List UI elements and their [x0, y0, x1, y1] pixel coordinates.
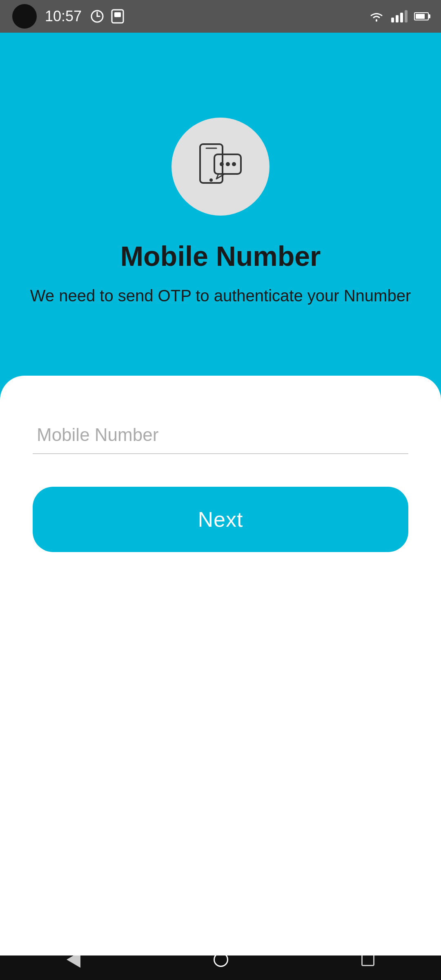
status-icons: [90, 9, 125, 24]
svg-point-11: [232, 162, 236, 166]
svg-point-9: [220, 162, 224, 166]
status-bar: 10:57: [0, 0, 441, 33]
sim-icon: [110, 9, 125, 24]
svg-point-7: [209, 178, 213, 182]
phone-otp-icon-container: [172, 118, 270, 216]
next-button-label: Next: [198, 507, 243, 532]
top-section: Mobile Number We need to send OTP to aut…: [0, 33, 441, 400]
status-bar-right: [368, 10, 429, 22]
mobile-input-container: [33, 416, 408, 454]
battery-icon: [414, 12, 429, 20]
svg-point-10: [226, 162, 230, 166]
status-bar-left: 10:57: [12, 4, 125, 29]
wifi-icon: [368, 10, 385, 22]
next-button[interactable]: Next: [33, 487, 408, 552]
page-subtitle: We need to send OTP to authenticate your…: [30, 284, 411, 307]
signal-icon: [391, 10, 408, 22]
phone-otp-icon: [192, 138, 249, 195]
camera-dot: [12, 4, 37, 29]
status-time: 10:57: [45, 8, 82, 25]
mobile-number-input[interactable]: [33, 416, 408, 454]
svg-rect-4: [114, 12, 121, 17]
timer-icon: [90, 9, 105, 24]
bottom-section: Next: [0, 376, 441, 956]
page-title: Mobile Number: [120, 240, 321, 272]
